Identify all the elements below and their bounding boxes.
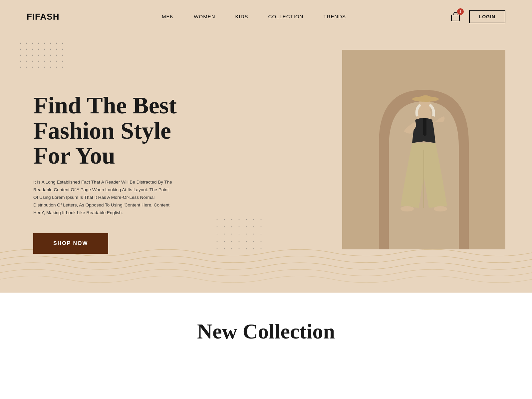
- cart-button[interactable]: 1: [448, 10, 462, 24]
- hero-section: Find The Best Fashion Style For You It I…: [0, 33, 532, 293]
- nav-item-men[interactable]: MEN: [162, 14, 174, 19]
- new-collection-title: New Collection: [0, 319, 532, 344]
- hero-content: Find The Best Fashion Style For You It I…: [0, 33, 177, 280]
- arch-svg: [342, 50, 505, 249]
- cart-badge: 1: [457, 8, 464, 15]
- svg-point-6: [400, 206, 414, 211]
- shop-now-button[interactable]: SHOP NOW: [33, 233, 108, 254]
- new-collection-section: New Collection: [0, 293, 532, 357]
- hero-image-area: [342, 50, 505, 249]
- hero-title: Find The Best Fashion Style For You: [33, 93, 177, 169]
- nav-item-collection[interactable]: COLLECTION: [268, 14, 304, 19]
- nav-item-trends[interactable]: TRENDS: [323, 14, 346, 19]
- nav-links: MEN WOMEN KIDS COLLECTION TRENDS: [162, 14, 346, 20]
- svg-rect-0: [451, 15, 459, 21]
- nav-right: 1 LOGIN: [448, 10, 505, 24]
- hero-description: It Is A Long Established Fact That A Rea…: [33, 179, 173, 217]
- navbar: FIFASH MEN WOMEN KIDS COLLECTION TRENDS …: [0, 0, 532, 33]
- nav-item-women[interactable]: WOMEN: [194, 14, 215, 19]
- brand-logo[interactable]: FIFASH: [27, 12, 59, 22]
- hero-image: [342, 50, 505, 249]
- svg-point-7: [434, 206, 447, 211]
- nav-item-kids[interactable]: KIDS: [235, 14, 248, 19]
- login-button[interactable]: LOGIN: [469, 10, 505, 23]
